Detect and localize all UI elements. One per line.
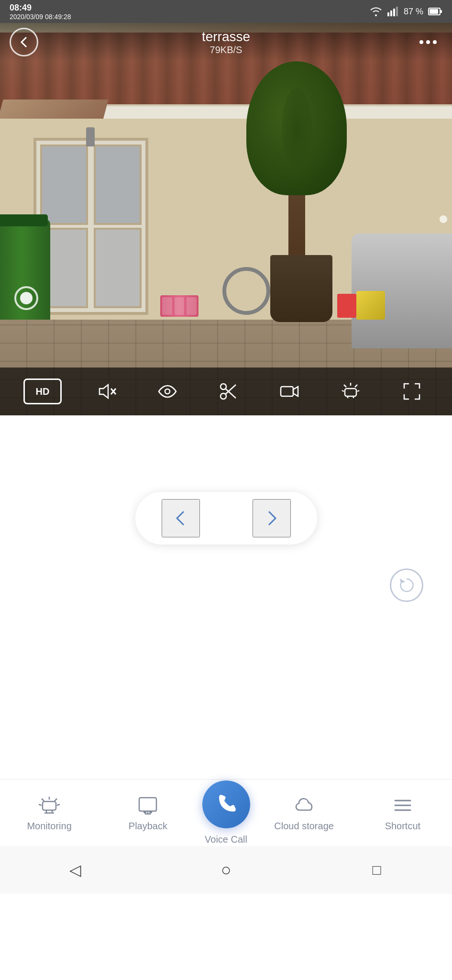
playback-icon bbox=[136, 794, 159, 817]
wifi-icon bbox=[369, 7, 383, 16]
svg-point-7 bbox=[419, 40, 423, 44]
camera-header: terrasse 79KB/S bbox=[0, 23, 452, 61]
nav-monitoring[interactable]: Monitoring bbox=[0, 794, 99, 832]
status-date: 2020/03/09 08:49:28 bbox=[10, 13, 71, 21]
cloud-icon bbox=[293, 794, 316, 817]
svg-point-9 bbox=[433, 40, 437, 44]
door bbox=[33, 138, 148, 315]
stripe bbox=[175, 297, 185, 315]
nav-voice-call-label: Voice Call bbox=[205, 834, 247, 845]
nav-cloud-storage-label: Cloud storage bbox=[274, 821, 334, 832]
system-app-icon: □ bbox=[372, 862, 381, 878]
svg-rect-27 bbox=[43, 802, 56, 810]
wall-lamp bbox=[86, 127, 95, 146]
svg-rect-6 bbox=[430, 9, 438, 14]
status-time: 08:49 bbox=[10, 3, 71, 13]
more-button[interactable] bbox=[414, 28, 442, 56]
bottom-nav: Monitoring Playback Voice Call bbox=[0, 779, 452, 846]
svg-rect-5 bbox=[440, 10, 442, 13]
svg-line-22 bbox=[342, 390, 344, 391]
nav-voice-call[interactable]: Voice Call bbox=[198, 780, 255, 845]
back-button[interactable] bbox=[10, 28, 38, 56]
wheel bbox=[222, 267, 270, 315]
svg-line-19 bbox=[344, 385, 346, 387]
large-pot bbox=[270, 255, 332, 322]
item-red bbox=[337, 294, 356, 318]
phone-icon bbox=[214, 792, 238, 816]
shortcut-icon bbox=[391, 794, 414, 817]
pink-stripes bbox=[160, 295, 198, 317]
svg-rect-3 bbox=[396, 7, 398, 16]
svg-line-28 bbox=[39, 804, 42, 805]
camera-view: terrasse 79KB/S HD bbox=[0, 23, 452, 415]
prev-arrow-button[interactable] bbox=[162, 499, 200, 537]
svg-line-29 bbox=[57, 804, 60, 805]
system-home-button[interactable]: ○ bbox=[209, 853, 243, 887]
nav-cloud-storage[interactable]: Cloud storage bbox=[255, 794, 353, 832]
svg-line-25 bbox=[42, 799, 44, 801]
fullscreen-button[interactable] bbox=[395, 375, 429, 408]
nav-monitoring-label: Monitoring bbox=[27, 821, 71, 832]
green-bin bbox=[0, 219, 50, 329]
system-home-icon: ○ bbox=[221, 860, 232, 880]
system-back-button[interactable]: ◁ bbox=[59, 853, 92, 887]
svg-rect-17 bbox=[281, 387, 293, 396]
main-content: Monitoring Playback Voice Call bbox=[0, 415, 452, 894]
camera-speed: 79KB/S bbox=[38, 45, 414, 56]
system-back-icon: ◁ bbox=[69, 861, 81, 879]
svg-line-20 bbox=[355, 385, 357, 387]
next-arrow-button[interactable] bbox=[253, 499, 291, 537]
pink-obj bbox=[160, 295, 198, 317]
door-panel-tl bbox=[40, 145, 88, 225]
svg-rect-21 bbox=[345, 389, 356, 396]
alarm-button[interactable] bbox=[334, 375, 367, 408]
refresh-button[interactable] bbox=[390, 568, 423, 602]
camera-title-area: terrasse 79KB/S bbox=[38, 29, 414, 56]
item-yellow bbox=[356, 291, 385, 320]
bin-lid bbox=[0, 214, 48, 226]
door-panel-tr bbox=[94, 145, 142, 225]
battery-text: 87 % bbox=[404, 7, 423, 17]
svg-line-26 bbox=[55, 799, 57, 801]
system-app-button[interactable]: □ bbox=[360, 853, 394, 887]
nav-shortcut[interactable]: Shortcut bbox=[353, 794, 452, 832]
clip-button[interactable] bbox=[211, 375, 245, 408]
nav-playback-label: Playback bbox=[129, 821, 167, 832]
record-dot bbox=[20, 292, 33, 304]
nav-arrows-panel bbox=[135, 492, 317, 545]
battery-icon bbox=[428, 7, 442, 16]
svg-point-12 bbox=[165, 389, 170, 394]
hd-button[interactable]: HD bbox=[23, 379, 62, 404]
signal-icon bbox=[387, 7, 399, 16]
eye-button[interactable] bbox=[151, 375, 184, 408]
svg-line-23 bbox=[357, 390, 359, 391]
status-icons: 87 % bbox=[369, 7, 442, 17]
stripe bbox=[187, 297, 197, 315]
svg-rect-2 bbox=[393, 9, 395, 16]
scroll-indicator bbox=[440, 215, 447, 223]
svg-point-37 bbox=[149, 811, 152, 813]
mute-button[interactable] bbox=[89, 375, 123, 408]
door-panel-br bbox=[94, 228, 142, 308]
svg-rect-0 bbox=[387, 12, 389, 16]
video-button[interactable] bbox=[273, 375, 306, 408]
nav-playback[interactable]: Playback bbox=[99, 794, 197, 832]
monitoring-icon bbox=[38, 794, 61, 817]
foliage-detail bbox=[282, 88, 312, 168]
phone-system-bar: ◁ ○ □ bbox=[0, 846, 452, 894]
tree-foliage bbox=[246, 61, 347, 195]
nav-shortcut-label: Shortcut bbox=[385, 821, 420, 832]
status-bar: 08:49 2020/03/09 08:49:28 87 % bbox=[0, 0, 452, 23]
svg-point-8 bbox=[426, 40, 430, 44]
svg-point-36 bbox=[143, 811, 146, 813]
svg-rect-33 bbox=[139, 798, 156, 811]
svg-rect-1 bbox=[390, 11, 392, 16]
camera-name: terrasse bbox=[38, 29, 414, 45]
camera-toolbar: HD bbox=[0, 368, 452, 415]
voice-call-button[interactable] bbox=[202, 780, 250, 828]
camera-scene bbox=[0, 23, 452, 415]
stripe bbox=[162, 297, 172, 315]
status-time-date: 08:49 2020/03/09 08:49:28 bbox=[10, 3, 71, 21]
record-indicator bbox=[14, 286, 38, 310]
